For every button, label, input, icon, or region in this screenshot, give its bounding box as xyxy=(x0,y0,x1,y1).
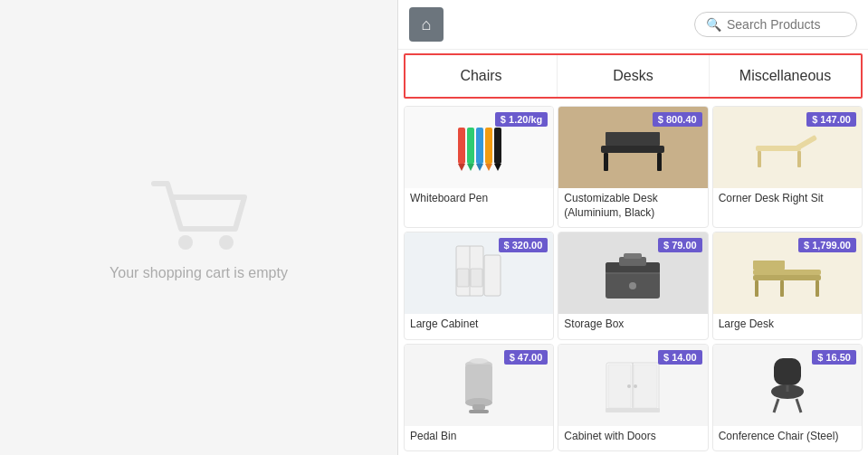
svg-rect-33 xyxy=(753,270,821,275)
svg-rect-12 xyxy=(601,146,664,153)
product-name-customizable-desk: Customizable Desk (Aluminium, Black) xyxy=(558,188,707,225)
svg-line-54 xyxy=(774,399,778,412)
svg-rect-15 xyxy=(606,132,660,146)
svg-rect-52 xyxy=(774,358,801,385)
svg-marker-8 xyxy=(467,164,474,171)
product-name-pedal-bin: Pedal Bin xyxy=(405,426,553,450)
svg-rect-43 xyxy=(469,410,489,413)
svg-rect-19 xyxy=(797,151,801,167)
header-bar: ⌂ 🔍 xyxy=(398,0,868,50)
product-name-cabinet-with-doors: Cabinet with Doors xyxy=(558,426,707,450)
svg-rect-26 xyxy=(471,269,482,287)
product-card-customizable-desk[interactable]: $ 800.40 Customizable Desk (Aluminium, B… xyxy=(558,106,708,228)
product-card-pedal-bin[interactable]: $ 47.00 Pedal Bin xyxy=(404,344,554,451)
product-name-large-desk: Large Desk xyxy=(713,314,862,337)
svg-rect-17 xyxy=(795,134,817,150)
svg-rect-14 xyxy=(657,153,662,171)
product-card-cabinet-with-doors[interactable]: $ 14.00 Cabinet with Doors xyxy=(558,344,708,451)
svg-rect-3 xyxy=(467,128,474,164)
product-image-large-cabinet: $ 320.00 xyxy=(405,232,553,314)
product-price-pedal-bin: $ 47.00 xyxy=(504,350,548,365)
product-image-large-desk: $ 1,799.00 xyxy=(713,232,862,314)
product-card-large-cabinet[interactable]: $ 320.00 Large Cabinet xyxy=(404,232,554,339)
svg-rect-36 xyxy=(816,280,819,297)
product-price-storage-box: $ 79.00 xyxy=(658,238,702,252)
pedal-bin-image xyxy=(456,354,501,417)
svg-rect-40 xyxy=(465,365,492,403)
svg-point-32 xyxy=(629,282,636,289)
category-tabs: Chairs Desks Miscellaneous xyxy=(404,53,863,99)
svg-rect-42 xyxy=(472,404,485,410)
products-grid: $ 1.20/kg Whiteboard Pen xyxy=(398,102,868,455)
product-image-storage-box: $ 79.00 xyxy=(558,232,707,314)
corner-desk-image xyxy=(751,118,824,177)
svg-rect-5 xyxy=(485,128,492,164)
svg-marker-10 xyxy=(485,164,492,171)
product-price-customizable-desk: $ 800.40 xyxy=(653,112,702,127)
main-content: ⌂ 🔍 Chairs Desks Miscellaneous $ 1.20/kg xyxy=(398,0,868,455)
conference-chair-image xyxy=(760,354,815,417)
product-name-large-cabinet: Large Cabinet xyxy=(405,314,553,337)
home-button[interactable]: ⌂ xyxy=(409,7,444,42)
svg-rect-18 xyxy=(758,151,761,167)
svg-rect-34 xyxy=(753,275,821,280)
svg-marker-11 xyxy=(494,164,501,171)
svg-point-0 xyxy=(178,235,193,250)
cart-icon xyxy=(145,175,253,265)
svg-marker-9 xyxy=(476,164,483,171)
svg-point-50 xyxy=(634,384,637,388)
product-card-corner-desk[interactable]: $ 147.00 Corner Desk Right Sit xyxy=(712,106,863,228)
product-image-conference-chair: $ 16.50 xyxy=(713,345,862,426)
svg-rect-21 xyxy=(484,255,501,296)
product-name-corner-desk: Corner Desk Right Sit xyxy=(713,188,862,212)
svg-rect-2 xyxy=(458,128,465,164)
home-icon: ⌂ xyxy=(422,15,432,34)
whiteboard-pen-image xyxy=(447,118,510,177)
product-image-customizable-desk: $ 800.40 xyxy=(558,107,707,188)
svg-rect-6 xyxy=(494,128,501,164)
product-card-storage-box[interactable]: $ 79.00 Storage Box xyxy=(558,232,708,339)
storage-box-image xyxy=(596,244,669,303)
product-name-conference-chair: Conference Chair (Steel) xyxy=(713,426,862,450)
product-price-corner-desk: $ 147.00 xyxy=(806,112,856,127)
product-card-conference-chair[interactable]: $ 16.50 Conference Chair (Steel) xyxy=(712,344,863,451)
tab-miscellaneous[interactable]: Miscellaneous xyxy=(710,55,861,97)
shopping-cart-sidebar: Your shopping cart is empty xyxy=(0,0,398,455)
svg-rect-16 xyxy=(756,146,801,151)
product-image-corner-desk: $ 147.00 xyxy=(713,107,862,188)
tab-desks[interactable]: Desks xyxy=(558,55,710,97)
product-price-conference-chair: $ 16.50 xyxy=(812,350,856,365)
search-bar: 🔍 xyxy=(694,12,857,37)
search-icon: 🔍 xyxy=(706,17,721,32)
product-image-pedal-bin: $ 47.00 xyxy=(405,345,553,426)
cart-empty-label: Your shopping cart is empty xyxy=(110,265,288,281)
product-price-large-desk: $ 1,799.00 xyxy=(798,238,856,252)
svg-point-44 xyxy=(470,358,488,364)
svg-point-49 xyxy=(627,384,631,388)
svg-rect-37 xyxy=(780,280,784,297)
svg-rect-30 xyxy=(624,253,642,259)
product-price-whiteboard-pen: $ 1.20/kg xyxy=(495,112,548,127)
svg-marker-7 xyxy=(458,164,465,171)
tab-chairs[interactable]: Chairs xyxy=(405,55,558,97)
svg-rect-25 xyxy=(457,269,469,287)
svg-point-1 xyxy=(219,235,234,250)
product-price-large-cabinet: $ 320.00 xyxy=(499,238,548,252)
product-name-storage-box: Storage Box xyxy=(558,314,707,337)
product-card-whiteboard-pen[interactable]: $ 1.20/kg Whiteboard Pen xyxy=(404,106,554,228)
customizable-desk-image xyxy=(596,118,669,177)
product-image-cabinet-with-doors: $ 14.00 xyxy=(558,345,707,426)
product-image-whiteboard-pen: $ 1.20/kg xyxy=(405,107,553,188)
cabinet-with-doors-image xyxy=(599,355,667,414)
svg-rect-13 xyxy=(604,153,608,171)
svg-rect-4 xyxy=(476,128,483,164)
svg-rect-51 xyxy=(606,408,660,412)
svg-line-55 xyxy=(796,399,801,412)
product-name-whiteboard-pen: Whiteboard Pen xyxy=(405,188,553,212)
product-card-large-desk[interactable]: $ 1,799.00 Large Desk xyxy=(712,232,863,339)
product-price-cabinet-with-doors: $ 14.00 xyxy=(658,350,702,365)
svg-rect-38 xyxy=(753,261,785,270)
search-input[interactable] xyxy=(727,17,845,32)
svg-rect-35 xyxy=(755,280,758,297)
large-desk-image xyxy=(749,244,825,303)
